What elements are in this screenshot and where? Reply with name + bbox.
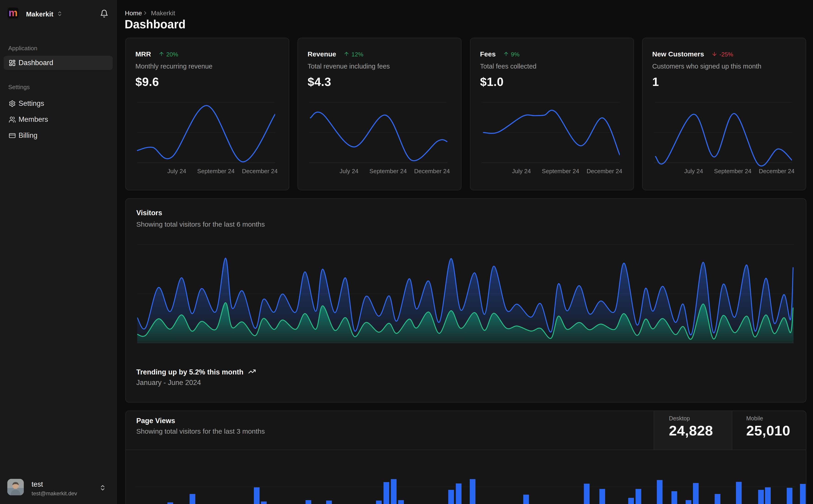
svg-text:m: m <box>8 8 17 18</box>
